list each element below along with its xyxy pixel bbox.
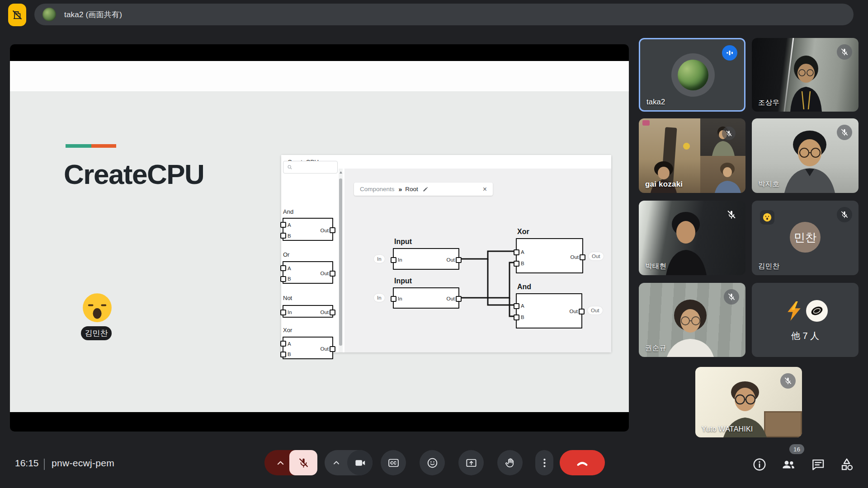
tile-gai-kozaki[interactable]: gai kozaki (639, 118, 745, 193)
raise-hand-icon (504, 457, 516, 469)
palette-gate-label-or: Or (283, 251, 289, 258)
captions-button[interactable] (381, 450, 406, 475)
reactions-button[interactable] (420, 450, 445, 475)
port[interactable] (514, 314, 519, 320)
port-label: Out (570, 254, 579, 260)
breadcrumb-root[interactable]: Root (405, 186, 418, 192)
search-icon (287, 164, 293, 170)
port[interactable] (330, 227, 335, 233)
meet-window: taka2 (画面共有) CreateCPU 김민찬 CreateCPU And… (0, 0, 868, 488)
palette-gate-xor[interactable]: ABOut (283, 337, 333, 359)
port[interactable] (330, 346, 335, 352)
port[interactable] (280, 265, 286, 271)
node-label-input: Input (394, 238, 412, 246)
palette-gate-or[interactable]: ABOut (283, 261, 333, 284)
divider (44, 459, 45, 470)
participant-name: 박태현 (645, 262, 666, 271)
raise-hand-button[interactable] (497, 450, 523, 475)
activities-button[interactable] (839, 457, 854, 472)
double-chevron-icon: » (399, 186, 401, 193)
shared-screen[interactable]: CreateCPU 김민찬 CreateCPU AndABOutOrABOutN… (10, 44, 629, 432)
mic-off-icon (837, 125, 852, 140)
speaking-indicator-icon (722, 45, 737, 61)
port[interactable] (391, 257, 396, 263)
people-button[interactable] (781, 457, 796, 472)
tile-others[interactable]: 他 7 人 (752, 283, 859, 357)
tile-kimminchan[interactable]: 민찬 김민찬 (752, 201, 859, 275)
port[interactable] (330, 310, 335, 315)
port[interactable] (514, 261, 519, 267)
port[interactable] (514, 249, 519, 255)
scrollbar-up-arrow[interactable] (340, 171, 342, 174)
participant-name: 권순규 (645, 343, 666, 353)
close-icon[interactable]: × (483, 186, 487, 193)
port[interactable] (514, 303, 519, 309)
chat-button[interactable] (810, 457, 826, 472)
canvas-node-and[interactable]: ABOut (516, 293, 582, 328)
port[interactable] (280, 233, 286, 239)
external-port-pill: In (374, 255, 385, 263)
videocam-icon (354, 457, 366, 469)
port[interactable] (456, 257, 462, 263)
mic-off-icon (837, 44, 852, 60)
share-title: taka2 (画面共有) (64, 9, 122, 20)
cookie-avatar (806, 300, 828, 322)
end-call-button[interactable] (560, 450, 605, 475)
participant-name: Yuto WATAHIKI (702, 425, 753, 433)
tile-josangwoo[interactable]: 조상우 (752, 38, 859, 112)
palette-gate-label-xor: Xor (283, 327, 292, 333)
tile-taka2[interactable]: taka2 (639, 38, 745, 112)
avatar: 민찬 (790, 222, 821, 253)
external-warning-button[interactable] (8, 4, 26, 26)
node-label-xor: Xor (517, 228, 529, 236)
palette-gate-not[interactable]: InOut (283, 305, 333, 318)
search-input[interactable] (295, 164, 335, 171)
canvas-node-input[interactable]: InOut (393, 287, 459, 309)
scrollbar-thumb[interactable] (339, 178, 342, 346)
port[interactable] (456, 296, 462, 302)
camera-toggle-button[interactable] (347, 450, 373, 475)
external-port-pill: In (374, 294, 385, 302)
presenter-avatar (42, 8, 56, 21)
port[interactable] (579, 309, 585, 314)
more-options-button[interactable] (535, 450, 553, 475)
canvas-node-input[interactable]: InOut (393, 248, 459, 270)
share-title-pill: taka2 (画面共有) (34, 4, 854, 25)
avatar (678, 60, 708, 90)
port-label: B (521, 314, 524, 320)
mic-off-icon (724, 207, 739, 222)
reaction-chip (760, 210, 774, 225)
reaction-emoji (81, 292, 113, 325)
breadcrumb-components[interactable]: Components (360, 186, 395, 192)
reaction-sender: 김민찬 (81, 326, 112, 340)
port[interactable] (280, 310, 286, 315)
port-label: Out (446, 257, 455, 263)
port-label: Out (569, 309, 578, 314)
mic-off-icon (724, 289, 739, 305)
rename-pencil-icon[interactable] (422, 186, 429, 192)
port[interactable] (280, 276, 286, 282)
node-label-input: Input (394, 277, 412, 285)
port[interactable] (580, 254, 585, 260)
tile-parktaehyun[interactable]: 박태현 (639, 201, 745, 275)
mic-toggle-button[interactable] (289, 450, 317, 475)
external-port-pill: Out (588, 306, 603, 314)
port[interactable] (280, 352, 286, 357)
port[interactable] (330, 271, 335, 277)
mic-off-icon (780, 373, 796, 389)
tile-parkjiho[interactable]: 박지호 (752, 118, 859, 193)
tile-yuto[interactable]: Yuto WATAHIKI (695, 367, 802, 437)
meeting-code: pnw-ecwj-pem (52, 458, 114, 469)
tile-kwonsunkyu[interactable]: 권순규 (639, 283, 745, 357)
port-label: A (521, 249, 524, 255)
canvas-node-xor[interactable]: ABOut (516, 238, 583, 273)
port[interactable] (280, 341, 286, 347)
palette-search-box[interactable] (283, 161, 338, 174)
port[interactable] (280, 222, 286, 228)
present-button[interactable] (458, 450, 484, 475)
port[interactable] (391, 296, 396, 302)
meeting-details-button[interactable] (752, 457, 767, 472)
participant-name: 박지호 (758, 179, 779, 189)
palette-gate-and[interactable]: ABOut (283, 218, 333, 241)
clock: 16:15 (15, 458, 39, 469)
